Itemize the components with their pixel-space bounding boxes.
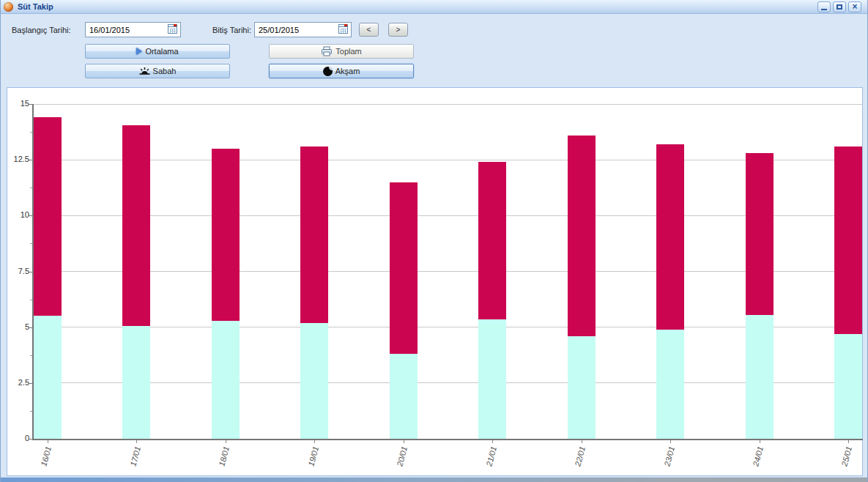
maximize-icon <box>837 4 842 10</box>
x-tick <box>404 440 404 443</box>
y-minor-tick <box>30 243 32 244</box>
y-tick-label: 0 <box>7 434 29 442</box>
start-date-input[interactable]: 16/01/2015 <box>85 22 181 37</box>
gridline <box>34 271 862 272</box>
bar-segment-sabah <box>568 336 596 439</box>
aksam-button[interactable]: Akşam <box>269 64 414 78</box>
printer-icon <box>321 46 333 56</box>
gridline <box>34 382 862 383</box>
x-tick <box>848 440 849 443</box>
x-label-wrap: 24/01 <box>683 442 757 456</box>
bar-segment-aksam <box>568 136 596 336</box>
toplam-button[interactable]: Toplam <box>269 44 414 59</box>
sabah-label: Sabah <box>153 67 177 75</box>
close-button[interactable]: × <box>848 1 861 12</box>
bar-column <box>122 125 150 439</box>
next-day-button[interactable]: > <box>388 23 408 37</box>
x-tick-label: 25/01 <box>840 445 854 467</box>
x-label-wrap: 22/01 <box>505 442 579 456</box>
bar-segment-aksam <box>300 147 328 323</box>
y-minor-tick <box>30 132 32 133</box>
x-tick <box>582 440 582 443</box>
ortalama-label: Ortalama <box>145 47 178 56</box>
start-date-calendar-button[interactable] <box>166 23 179 36</box>
bar-segment-sabah <box>212 321 240 440</box>
x-label-wrap: 16/01 <box>0 442 45 456</box>
bar-segment-aksam <box>390 182 418 355</box>
window-bottom-edge <box>1 477 867 482</box>
x-tick <box>48 440 48 443</box>
title-bar: Süt Takip × <box>1 0 867 14</box>
y-major-tick <box>29 215 32 216</box>
bar-column <box>34 117 62 439</box>
bar-column <box>834 147 862 439</box>
bar-segment-sabah <box>34 316 62 439</box>
y-major-tick <box>29 327 32 328</box>
bar-segment-aksam <box>478 162 506 319</box>
bar-segment-sabah <box>122 326 150 439</box>
gridline <box>34 327 862 327</box>
x-label-wrap: 17/01 <box>60 442 133 456</box>
toolbar: Başlangıç Tarihi: 16/01/2015 Bitiş Tarih… <box>1 15 868 86</box>
y-minor-tick <box>30 188 32 188</box>
x-tick-label: 16/01 <box>40 445 53 467</box>
bar-segment-sabah <box>390 354 418 439</box>
x-tick-label: 23/01 <box>662 445 676 467</box>
bar-segment-aksam <box>122 125 150 326</box>
bar-segment-aksam <box>34 117 62 316</box>
moon-icon <box>323 67 333 76</box>
gridline <box>34 160 862 160</box>
end-date-input[interactable]: 25/01/2015 <box>254 22 352 37</box>
sunrise-icon <box>139 67 150 76</box>
x-tick <box>760 440 760 443</box>
x-label-wrap: 25/01 <box>772 442 845 456</box>
bar-column <box>656 144 684 439</box>
y-major-tick <box>29 439 32 440</box>
y-major-tick <box>29 160 32 160</box>
x-label-wrap: 23/01 <box>594 442 667 456</box>
bar-column <box>390 182 418 439</box>
start-date-label: Başlangıç Tarihi: <box>12 26 71 34</box>
toplam-label: Toplam <box>335 47 361 56</box>
calendar-icon <box>338 24 348 34</box>
maximize-button[interactable] <box>833 1 846 12</box>
bar-segment-sabah <box>746 315 774 439</box>
x-tick <box>314 440 315 443</box>
end-date-value: 25/01/2015 <box>255 26 337 34</box>
x-tick <box>136 440 137 443</box>
bar-column <box>746 153 774 439</box>
sabah-button[interactable]: Sabah <box>85 64 230 78</box>
prev-day-button[interactable]: < <box>359 23 379 37</box>
y-tick-label: 2.5 <box>7 378 29 387</box>
x-tick-label: 17/01 <box>128 445 142 467</box>
x-tick-label: 24/01 <box>751 445 765 467</box>
x-tick-label: 19/01 <box>306 445 320 467</box>
y-tick-label: 5 <box>7 322 29 331</box>
gridline <box>34 104 862 105</box>
ortalama-button[interactable]: Ortalama <box>85 44 230 59</box>
bar-segment-sabah <box>834 334 862 439</box>
app-window: Süt Takip × Başlangıç Tarihi: 16/01/2015… <box>0 0 868 482</box>
bar-column <box>568 136 596 439</box>
bar-segment-aksam <box>656 144 684 330</box>
x-tick-label: 18/01 <box>218 445 231 467</box>
end-date-calendar-button[interactable] <box>337 23 350 36</box>
gridline <box>34 215 862 216</box>
y-minor-tick <box>30 355 32 356</box>
bar-segment-sabah <box>478 319 506 439</box>
y-tick-label: 15 <box>7 99 29 108</box>
x-axis-line <box>32 439 863 440</box>
bar-segment-sabah <box>300 323 328 439</box>
x-tick <box>492 440 493 443</box>
y-minor-tick <box>30 300 32 300</box>
minimize-button[interactable] <box>817 1 831 12</box>
x-label-wrap: 21/01 <box>416 442 489 456</box>
x-label-wrap: 20/01 <box>327 442 401 456</box>
minimize-icon <box>821 9 827 10</box>
prev-label: < <box>367 26 371 34</box>
bar-segment-aksam <box>834 147 862 334</box>
calendar-icon <box>168 24 177 34</box>
x-tick-label: 20/01 <box>396 445 409 467</box>
y-minor-tick <box>30 411 32 412</box>
play-icon <box>136 48 142 55</box>
